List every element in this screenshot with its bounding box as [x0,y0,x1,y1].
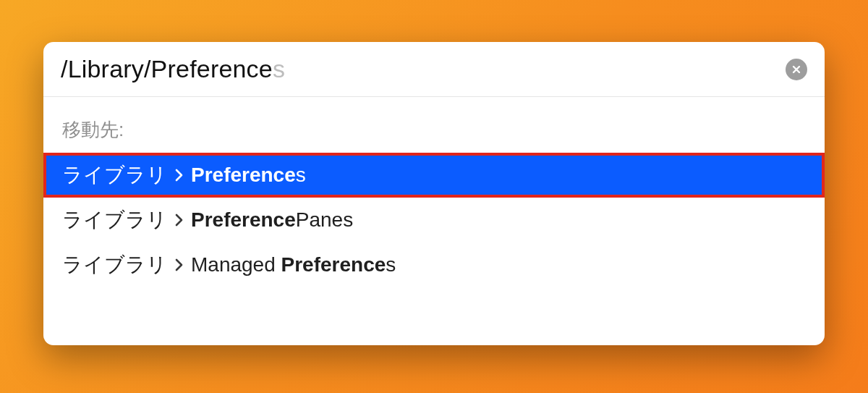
chevron-right-icon [174,168,184,182]
result-root: ライブラリ [62,251,167,279]
clear-button[interactable] [786,59,807,80]
result-name: Managed Preferences [191,253,396,276]
path-input[interactable]: /Library/Preferences [61,55,774,83]
results-section: 移動先: ライブラリ Preferences ライブラリ PreferenceP… [43,97,825,345]
result-row[interactable]: ライブラリ Managed Preferences [43,242,825,287]
path-autocomplete-text: s [273,55,285,83]
result-name: Preferences [191,164,306,187]
chevron-right-icon [174,258,184,272]
close-icon [791,64,801,75]
result-name: PreferencePanes [191,208,353,232]
go-to-folder-dialog: /Library/Preferences 移動先: ライブラリ Preferen… [43,42,825,345]
section-label: 移動先: [43,104,825,153]
result-row[interactable]: ライブラリ Preferences [43,153,825,198]
result-root: ライブラリ [62,161,167,189]
result-row[interactable]: ライブラリ PreferencePanes [43,198,825,242]
chevron-right-icon [174,213,184,227]
path-typed-text: /Library/Preference [61,55,273,83]
result-root: ライブラリ [62,206,167,234]
path-input-row: /Library/Preferences [43,42,825,97]
